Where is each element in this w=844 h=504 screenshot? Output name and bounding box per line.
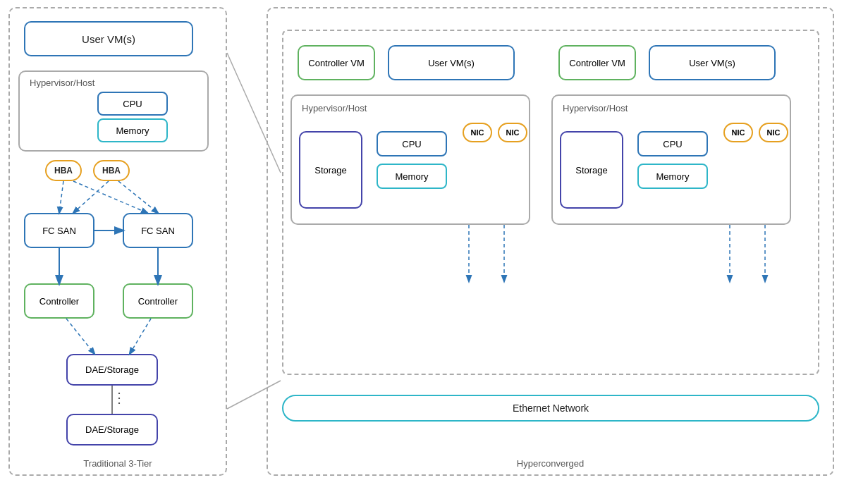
- nic1-node1: NIC: [463, 123, 492, 142]
- hypervisor-node1-label: Hypervisor/Host: [302, 103, 367, 113]
- ctrl-vm-node2-label: Controller VM: [569, 58, 625, 68]
- nic1-node2-label: NIC: [732, 128, 745, 137]
- cpu-node2-label: CPU: [663, 139, 682, 149]
- nic1-node1-label: NIC: [471, 128, 484, 137]
- ctrl-vm-node1-label: Controller VM: [308, 58, 364, 68]
- controller2-label: Controller: [138, 296, 178, 307]
- dae-bottom: DAE/Storage: [66, 414, 158, 445]
- hypervisor-node1: Hypervisor/Host Storage CPU Memory NIC: [290, 94, 530, 225]
- inner-panel: Controller VM User VM(s) Hypervisor/Host…: [282, 30, 819, 375]
- cpu-node1: CPU: [377, 131, 447, 156]
- right-panel: Controller VM User VM(s) Hypervisor/Host…: [267, 7, 834, 476]
- hba1-label: HBA: [54, 166, 73, 176]
- dae1-label: DAE/Storage: [85, 364, 139, 375]
- diagram-container: User VM(s) Hypervisor/Host CPU Memory HB…: [0, 0, 844, 504]
- hba-left: HBA: [45, 160, 82, 181]
- memory-box-left: Memory: [97, 118, 168, 142]
- controller1-label: Controller: [39, 296, 79, 307]
- storage-node2-label: Storage: [575, 165, 608, 176]
- ctrl-vm-node2: Controller VM: [558, 45, 636, 80]
- nic2-node2: NIC: [759, 123, 788, 142]
- fc-san2-label: FC SAN: [141, 226, 175, 236]
- cpu-node1-label: CPU: [402, 139, 421, 149]
- memory-left-label: Memory: [116, 125, 149, 136]
- nic1-node2: NIC: [723, 123, 753, 142]
- storage-node1: Storage: [299, 131, 362, 209]
- nic2-node1: NIC: [498, 123, 527, 142]
- hba-right: HBA: [93, 160, 130, 181]
- cpu-left-label: CPU: [123, 99, 142, 109]
- dae2-label: DAE/Storage: [85, 424, 139, 435]
- memory-node2: Memory: [637, 164, 708, 189]
- dots: ⋮: [112, 389, 126, 406]
- hypervisor-left: Hypervisor/Host CPU Memory: [18, 70, 209, 152]
- left-panel-label: Traditional 3-Tier: [83, 458, 152, 469]
- user-vm-node2: User VM(s): [649, 45, 776, 80]
- ctrl-dae-l: [66, 319, 94, 354]
- right-panel-label: Hyperconverged: [517, 458, 584, 469]
- dae-top: DAE/Storage: [66, 354, 158, 386]
- hba-fcs-rr: [118, 181, 158, 213]
- left-panel: User VM(s) Hypervisor/Host CPU Memory HB…: [8, 7, 227, 476]
- ethernet-bar: Ethernet Network: [282, 395, 819, 422]
- controller-left-box: Controller: [24, 283, 94, 319]
- hypervisor-node2: Hypervisor/Host Storage CPU Memory NIC: [551, 94, 791, 225]
- memory-node1: Memory: [377, 164, 447, 189]
- controller-right-box: Controller: [123, 283, 193, 319]
- user-vm-left-label: User VM(s): [82, 33, 135, 45]
- hypervisor-node2-label: Hypervisor/Host: [563, 103, 628, 113]
- hba-fcs-ll: [59, 181, 63, 213]
- user-vm-left: User VM(s): [24, 21, 193, 56]
- hba-fcs-lr: [73, 181, 147, 213]
- ctrl-dae-r: [130, 319, 151, 354]
- fc-san-right: FC SAN: [123, 213, 193, 248]
- user-vm-node2-label: User VM(s): [689, 58, 735, 68]
- hypervisor-left-label: Hypervisor/Host: [30, 78, 94, 88]
- user-vm-node1: User VM(s): [388, 45, 515, 80]
- nic2-node1-label: NIC: [506, 128, 520, 137]
- storage-node1-label: Storage: [314, 165, 347, 176]
- fc-san-left: FC SAN: [24, 213, 94, 248]
- cpu-box-left: CPU: [97, 92, 168, 116]
- user-vm-node1-label: User VM(s): [428, 58, 475, 68]
- cpu-node2: CPU: [637, 131, 708, 156]
- ethernet-label: Ethernet Network: [513, 402, 589, 414]
- ctrl-vm-node1: Controller VM: [298, 45, 375, 80]
- fc-san1-label: FC SAN: [42, 226, 76, 236]
- nic2-node2-label: NIC: [767, 128, 781, 137]
- storage-node2: Storage: [560, 131, 623, 209]
- memory-node1-label: Memory: [396, 171, 429, 182]
- hba2-label: HBA: [102, 166, 121, 176]
- memory-node2-label: Memory: [656, 171, 690, 182]
- hba-fcs-rl: [73, 181, 109, 213]
